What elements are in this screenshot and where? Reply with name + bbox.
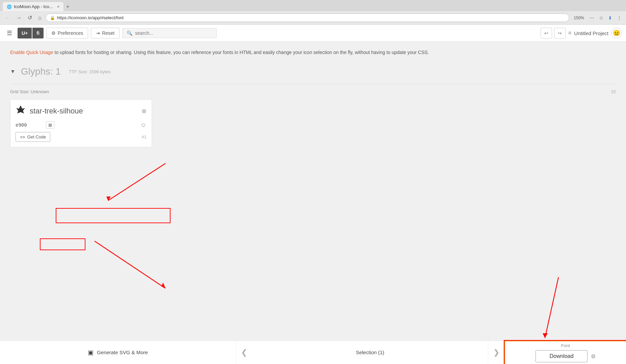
logo-fi-btn[interactable]: fi bbox=[32, 28, 44, 38]
icon-item: ⊗ ▦ ☺ <> Get Code #1 bbox=[10, 99, 152, 147]
browser-nav: ← → ↺ ⌂ 🔒 150% ⋯ ☆ ⬇ ⋮ bbox=[0, 11, 626, 24]
zoom-level[interactable]: 150% bbox=[571, 15, 586, 21]
home-btn[interactable]: ⌂ bbox=[36, 14, 44, 22]
browser-menu-btn[interactable]: ⋮ bbox=[615, 14, 623, 22]
extensions-btn[interactable]: ⋯ bbox=[588, 14, 596, 22]
get-code-icon: <> bbox=[20, 134, 25, 139]
browser-chrome: 🌐 IcoMoon App - Ico... × + ← → ↺ ⌂ 🔒 150… bbox=[0, 0, 626, 25]
collapse-btn[interactable]: ▼ bbox=[10, 69, 16, 75]
grid-size-number: 32 bbox=[611, 89, 616, 94]
bookmark-star-btn[interactable]: ☆ bbox=[597, 14, 605, 22]
lock-icon: 🔒 bbox=[50, 16, 55, 20]
annotation-arrows bbox=[34, 160, 186, 288]
svg-marker-2 bbox=[106, 197, 111, 201]
icon-preview bbox=[16, 105, 26, 117]
nav-icons: 150% ⋯ ☆ ⬇ ⋮ bbox=[571, 14, 623, 22]
svg-line-3 bbox=[95, 241, 165, 288]
icon-number: #1 bbox=[142, 134, 147, 139]
icon-item-header: ⊗ bbox=[16, 105, 147, 117]
section-header: ▼ Glyphs: 1 TTF Size: 1596 bytes bbox=[10, 66, 616, 77]
icon-emoji-btn[interactable]: ☺ bbox=[140, 122, 147, 129]
font-label: Font bbox=[561, 343, 570, 348]
get-code-btn[interactable]: <> Get Code bbox=[16, 132, 50, 142]
tab-favicon: 🌐 bbox=[7, 4, 12, 9]
icon-grid-btn[interactable]: ▦ bbox=[46, 121, 54, 129]
address-bar[interactable]: 🔒 bbox=[46, 14, 570, 22]
grid-meta: Grid Size: Unknown 32 bbox=[10, 89, 616, 94]
generate-icon: ▣ bbox=[88, 349, 94, 352]
preferences-icon: ⚙ bbox=[51, 30, 56, 36]
font-section: Font Download ⚙ bbox=[504, 341, 626, 352]
bottom-bar: ▣ Generate SVG & More ❮ Selection (1) ❯ … bbox=[0, 340, 626, 352]
grid-size-label: Grid Size: Unknown bbox=[10, 89, 49, 94]
main-content: Enable Quick Usage to upload fonts for h… bbox=[0, 42, 626, 352]
url-input[interactable] bbox=[57, 15, 565, 20]
project-selector[interactable]: ≡ Untitled Project bbox=[568, 30, 608, 36]
svg-line-1 bbox=[108, 163, 165, 201]
prev-btn[interactable]: ❮ bbox=[236, 341, 252, 352]
icon-code-input[interactable] bbox=[16, 122, 43, 128]
back-btn[interactable]: ← bbox=[3, 14, 12, 22]
tab-title: IcoMoon App - Ico... bbox=[14, 4, 55, 9]
reload-btn[interactable]: ↺ bbox=[26, 13, 34, 22]
svg-marker-0 bbox=[16, 105, 25, 113]
reset-label: Reset bbox=[102, 30, 114, 36]
icon-close-btn[interactable]: ⊗ bbox=[141, 107, 147, 115]
annotation-box-get-code bbox=[40, 238, 85, 250]
logo-btns: U+ fi bbox=[18, 28, 44, 38]
selection-label: Selection (1) bbox=[356, 349, 384, 352]
icon-code-row: ▦ ☺ bbox=[16, 121, 147, 129]
menu-btn[interactable]: ☰ bbox=[4, 27, 15, 39]
search-icon: 🔍 bbox=[127, 30, 132, 36]
font-actions: Download ⚙ bbox=[536, 350, 595, 352]
preferences-label: Preferences bbox=[58, 30, 83, 36]
quick-usage-link[interactable]: Enable Quick Usage bbox=[10, 50, 53, 55]
quick-usage-text: to upload fonts for hosting or sharing. … bbox=[53, 50, 429, 55]
get-code-label: Get Code bbox=[27, 134, 46, 139]
downloads-btn[interactable]: ⬇ bbox=[606, 14, 614, 22]
search-bar[interactable]: 🔍 bbox=[122, 28, 217, 38]
user-avatar[interactable]: 😐 bbox=[611, 28, 622, 38]
search-input[interactable] bbox=[135, 30, 212, 36]
tab-close-btn[interactable]: × bbox=[57, 4, 59, 9]
selection-section[interactable]: Selection (1) bbox=[252, 341, 488, 352]
project-name: Untitled Project bbox=[574, 30, 608, 36]
preferences-btn[interactable]: ⚙ Preferences bbox=[46, 28, 88, 38]
svg-marker-4 bbox=[161, 283, 165, 288]
reset-btn[interactable]: ⇥ Reset bbox=[91, 28, 120, 38]
reset-icon: ⇥ bbox=[96, 30, 100, 36]
redo-btn[interactable]: ↪ bbox=[554, 28, 566, 38]
quick-usage-banner: Enable Quick Usage to upload fonts for h… bbox=[10, 49, 616, 56]
logo-u-btn[interactable]: U+ bbox=[18, 28, 32, 38]
section-title: Glyphs: 1 bbox=[21, 66, 61, 77]
browser-tabs: 🌐 IcoMoon App - Ico... × + bbox=[0, 0, 626, 11]
download-btn[interactable]: Download bbox=[536, 350, 587, 352]
layers-icon: ≡ bbox=[568, 30, 571, 36]
undo-btn[interactable]: ↩ bbox=[541, 28, 552, 38]
generate-label: Generate SVG & More bbox=[97, 349, 148, 352]
active-tab[interactable]: 🌐 IcoMoon App - Ico... × bbox=[3, 2, 63, 11]
forward-btn[interactable]: → bbox=[14, 14, 24, 22]
icon-svg bbox=[16, 105, 26, 115]
history-btns: ↩ ↪ bbox=[541, 28, 566, 38]
app-toolbar: ☰ U+ fi ⚙ Preferences ⇥ Reset 🔍 ↩ ↪ ≡ Un… bbox=[0, 25, 626, 42]
avatar-icon: 😐 bbox=[613, 29, 620, 37]
next-btn[interactable]: ❯ bbox=[488, 341, 504, 352]
generate-section[interactable]: ▣ Generate SVG & More bbox=[0, 341, 236, 352]
annotation-box-name bbox=[56, 208, 171, 223]
ttf-size: TTF Size: 1596 bytes bbox=[69, 69, 111, 74]
icon-name-input[interactable] bbox=[30, 107, 124, 115]
grid-row: Grid Size: Unknown 32 ⊗ ▦ ☺ bbox=[10, 84, 616, 152]
new-tab-btn[interactable]: + bbox=[63, 2, 72, 11]
